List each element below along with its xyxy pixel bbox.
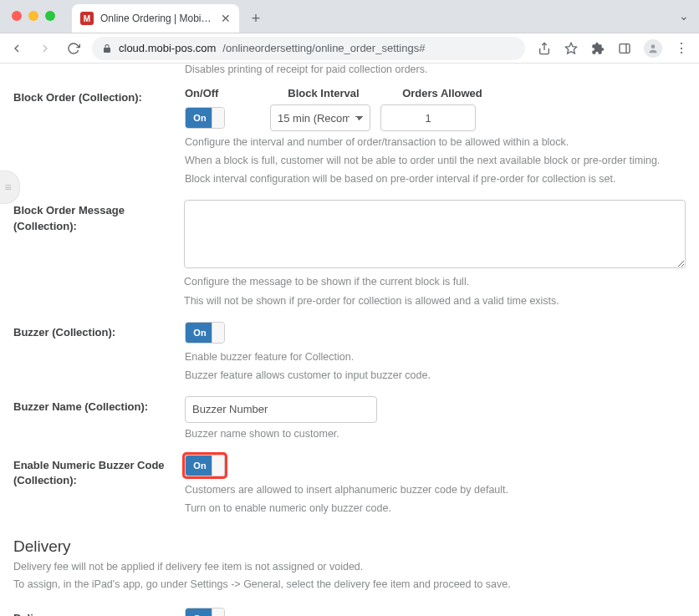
buzzer-name-input[interactable] — [185, 396, 377, 423]
svg-point-4 — [651, 44, 656, 48]
block-message-label: Block Order Message (Collection): — [13, 200, 184, 233]
numeric-buzzer-help-2: Turn on to enable numeric only buzzer co… — [185, 501, 686, 516]
numeric-buzzer-label: Enable Numeric Buzzer Code (Collection): — [13, 455, 185, 488]
svg-rect-2 — [620, 43, 630, 53]
block-order-toggle[interactable]: On — [185, 107, 225, 129]
numeric-buzzer-help-1: Customers are allowed to insert alphanum… — [185, 482, 686, 497]
profile-avatar[interactable] — [644, 39, 662, 58]
buzzer-name-label: Buzzer Name (Collection): — [13, 396, 185, 415]
orders-allowed-input[interactable] — [380, 104, 476, 131]
delivery-row: Delivery: On Enable delivery order mode … — [13, 601, 686, 616]
address-bar[interactable]: cloud.mobi-pos.com/onlineordersetting/on… — [92, 37, 525, 60]
buzzer-name-help: Buzzer name shown to customer. — [185, 426, 686, 441]
header-onoff: On/Off — [185, 87, 243, 99]
buzzer-help-2: Buzzer feature allows customer to input … — [185, 368, 686, 383]
bookmark-icon[interactable] — [564, 41, 579, 56]
url-path: /onlineordersetting/online_order_setting… — [222, 42, 425, 54]
block-order-row: Block Order (Collection): On/Off Block I… — [13, 80, 686, 193]
buzzer-label: Buzzer (Collection): — [13, 322, 185, 340]
back-button[interactable] — [7, 38, 27, 59]
block-message-help-2: This will not be shown if pre-order for … — [184, 293, 686, 308]
block-message-textarea[interactable] — [184, 200, 686, 268]
favicon-icon: M — [80, 12, 94, 25]
reload-button[interactable] — [64, 38, 84, 59]
block-interval-select[interactable]: 15 min (Recommended) — [270, 104, 370, 131]
extensions-icon[interactable] — [590, 41, 605, 56]
delivery-toggle[interactable]: On — [185, 608, 225, 616]
tab-close-icon[interactable]: ✕ — [221, 12, 231, 25]
buzzer-help-1: Enable buzzer feature for Collection. — [185, 349, 686, 364]
block-order-help-3: Block interval configuration will be bas… — [185, 171, 686, 186]
browser-tab-bar: M Online Ordering | MobiPOS ✕ + ⌄ — [0, 0, 699, 33]
tabbar-expand-icon[interactable]: ⌄ — [679, 0, 689, 33]
block-message-row: Block Order Message (Collection): Config… — [13, 193, 686, 314]
browser-tab-active[interactable]: M Online Ordering | MobiPOS ✕ — [72, 4, 239, 33]
header-interval: Block Interval — [262, 87, 385, 99]
numeric-buzzer-row: Enable Numeric Buzzer Code (Collection):… — [13, 448, 686, 522]
buzzer-row: Buzzer (Collection): On Enable buzzer fe… — [13, 315, 686, 389]
close-window-icon[interactable] — [12, 11, 22, 21]
new-tab-button[interactable]: + — [244, 7, 268, 30]
url-host: cloud.mobi-pos.com — [119, 42, 216, 54]
header-allowed: Orders Allowed — [392, 87, 492, 99]
block-order-help-1: Configure the interval and number of ord… — [185, 135, 686, 150]
delivery-heading: Delivery — [13, 537, 686, 556]
lock-icon — [102, 43, 112, 53]
numeric-buzzer-toggle[interactable]: On — [185, 455, 225, 476]
buzzer-name-row: Buzzer Name (Collection): Buzzer name sh… — [13, 389, 686, 448]
delivery-subtext-1: Delivery fee will not be applied if deli… — [13, 559, 686, 575]
delivery-subtext-2: To assign, in the iPad's app, go under S… — [13, 577, 686, 593]
browser-toolbar: cloud.mobi-pos.com/onlineordersetting/on… — [0, 33, 699, 64]
minimize-window-icon[interactable] — [28, 11, 38, 21]
share-icon[interactable] — [537, 41, 552, 56]
forward-button[interactable] — [35, 38, 55, 59]
kebab-menu-icon[interactable]: ⋮ — [674, 41, 689, 56]
buzzer-toggle[interactable]: On — [185, 322, 225, 344]
delivery-label: Delivery: — [13, 608, 185, 616]
window-controls — [8, 0, 72, 33]
tab-title: Online Ordering | MobiPOS — [100, 13, 214, 24]
block-order-label: Block Order (Collection): — [13, 87, 185, 105]
block-message-help-1: Configure the message to be shown if the… — [184, 274, 686, 289]
maximize-window-icon[interactable] — [45, 11, 55, 21]
side-panel-icon[interactable] — [617, 41, 632, 56]
svg-marker-1 — [565, 43, 576, 53]
block-order-help-2: When a block is full, customer will not … — [185, 153, 686, 168]
receipt-help-text: Disables printing of receipt for paid co… — [13, 64, 686, 75]
